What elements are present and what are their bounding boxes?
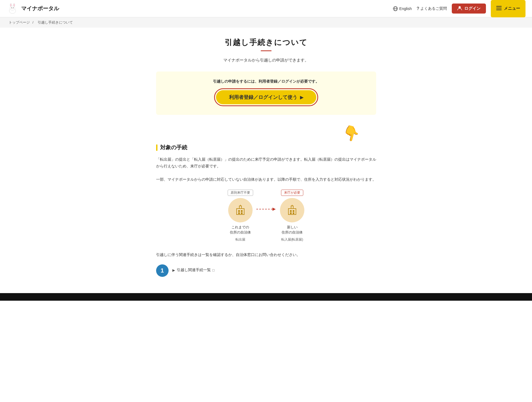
- svg-rect-13: [496, 6, 502, 7]
- breadcrumb-separator: /: [33, 20, 34, 24]
- globe-icon: [393, 6, 398, 11]
- breadcrumb: トップページ / 引越し手続きについて: [0, 17, 532, 28]
- bottom-bar: [0, 293, 532, 301]
- hamburger-icon: [496, 6, 502, 11]
- flow-to-circle: [280, 198, 304, 222]
- svg-rect-26: [290, 212, 292, 214]
- logo: マイナポータル: [7, 3, 59, 15]
- logo-rabbit-icon: [7, 3, 18, 15]
- section-heading-bar: [156, 144, 157, 151]
- svg-rect-23: [288, 209, 296, 215]
- header: マイナポータル English ? よくあるご質問: [0, 0, 532, 17]
- page-subtitle: マイナポータルから引越しの申請ができます。: [156, 58, 376, 63]
- svg-point-7: [13, 7, 14, 8]
- hand-pointer-icon: 👇: [340, 123, 362, 144]
- header-nav: English ? よくあるご質問 ログイン メニュー: [393, 0, 525, 17]
- login-register-label: 利用者登録／ログインして使う: [229, 94, 297, 100]
- login-button[interactable]: ログイン: [452, 4, 486, 14]
- section1-text1: 「転出届」の提出と「転入届（転居届）」の提出のために来庁予定の申請ができます。転…: [156, 156, 376, 170]
- page-title: 引越し手続きについて: [156, 37, 376, 48]
- login-register-button[interactable]: 利用者登録／ログインして使う ▶: [216, 90, 316, 104]
- flow-arrow: ►: [253, 206, 280, 212]
- login-required-text: 引越しの申請をするには、利用者登録／ログインが必要です。: [167, 79, 365, 84]
- language-selector[interactable]: English: [393, 6, 412, 11]
- flow-to-sublabel: 転入届(転居届): [281, 237, 303, 242]
- button-arrow-icon: ▶: [300, 95, 303, 100]
- flow-to-label: 新しい住所の自治体: [282, 225, 303, 235]
- svg-rect-21: [239, 206, 241, 209]
- svg-point-6: [11, 7, 12, 8]
- flow-from-badge: 原則来庁不要: [228, 190, 253, 196]
- svg-rect-24: [290, 210, 292, 212]
- svg-rect-28: [291, 206, 293, 209]
- flow-from-label: これまでの住所の自治体: [230, 225, 251, 235]
- section1-text2: 一部、マイナポータルからの申請に対応していない自治体があります。以降の手順で、住…: [156, 176, 376, 183]
- logo-text: マイナポータル: [21, 5, 59, 12]
- external-link-icon: □: [212, 268, 215, 272]
- menu-label: メニュー: [504, 6, 520, 11]
- flow-from-circle: [228, 198, 253, 222]
- hand-arrow-wrap: 👇: [156, 125, 360, 142]
- user-icon: [457, 6, 462, 11]
- dashed-line: [256, 209, 273, 209]
- svg-point-5: [14, 4, 15, 7]
- flow-from-sublabel: 転出届: [236, 237, 245, 242]
- flow-diagram: 原則来庁不要 これまでの住所の自治体 転出届 ►: [156, 190, 376, 242]
- svg-rect-15: [496, 9, 502, 10]
- bottom-note: 引越しに伴う関連手続きは一覧を確認するか、自治体窓口にお問い合わせください。: [156, 252, 376, 258]
- section1-heading-text: 対象の手続: [160, 144, 187, 151]
- numbered-link-label[interactable]: 引越し関連手続一覧: [177, 268, 211, 273]
- svg-rect-14: [496, 8, 502, 9]
- svg-rect-27: [293, 212, 294, 214]
- numbered-section-1: 1 ▶ 引越し関連手続一覧 □: [156, 264, 376, 277]
- svg-rect-18: [241, 210, 243, 212]
- section1-heading: 対象の手続: [156, 144, 376, 151]
- svg-rect-19: [238, 212, 240, 214]
- breadcrumb-current: 引越し手続きについて: [38, 20, 73, 24]
- dashed-arrow: ►: [256, 206, 277, 212]
- numbered-link-1: ▶ 引越し関連手続一覧 □: [172, 268, 215, 273]
- title-underline: [261, 50, 272, 51]
- svg-rect-20: [241, 212, 243, 214]
- menu-button[interactable]: メニュー: [491, 0, 525, 17]
- flow-from-item: 原則来庁不要 これまでの住所の自治体 転出届: [228, 190, 253, 242]
- login-register-btn-outline: 利用者登録／ログインして使う ▶: [214, 88, 318, 106]
- faq-link[interactable]: ? よくあるご質問: [417, 6, 447, 11]
- arrow-head-icon: ►: [272, 206, 277, 212]
- flow-to-item: 来庁が必要 新しい住所の自治体 転入届(転居届): [280, 190, 304, 242]
- svg-rect-16: [237, 209, 244, 215]
- breadcrumb-home[interactable]: トップページ: [9, 20, 30, 24]
- svg-point-12: [459, 6, 461, 8]
- main-content: 引越し手続きについて マイナポータルから引越しの申請ができます。 引越しの申請を…: [150, 28, 383, 293]
- login-required-box: 引越しの申請をするには、利用者登録／ログインが必要です。 利用者登録／ログインし…: [156, 72, 376, 115]
- svg-rect-17: [238, 210, 240, 212]
- svg-point-8: [12, 8, 13, 9]
- faq-label: よくあるご質問: [420, 6, 447, 11]
- svg-rect-25: [293, 210, 294, 212]
- step-number-1: 1: [156, 264, 169, 277]
- language-label: English: [399, 7, 412, 11]
- question-icon: ?: [417, 6, 419, 11]
- svg-point-3: [11, 4, 11, 7]
- play-icon: ▶: [172, 268, 175, 272]
- login-register-button-wrap: 利用者登録／ログインして使う ▶: [214, 88, 318, 106]
- login-label: ログイン: [464, 6, 481, 11]
- flow-to-badge: 来庁が必要: [281, 190, 303, 196]
